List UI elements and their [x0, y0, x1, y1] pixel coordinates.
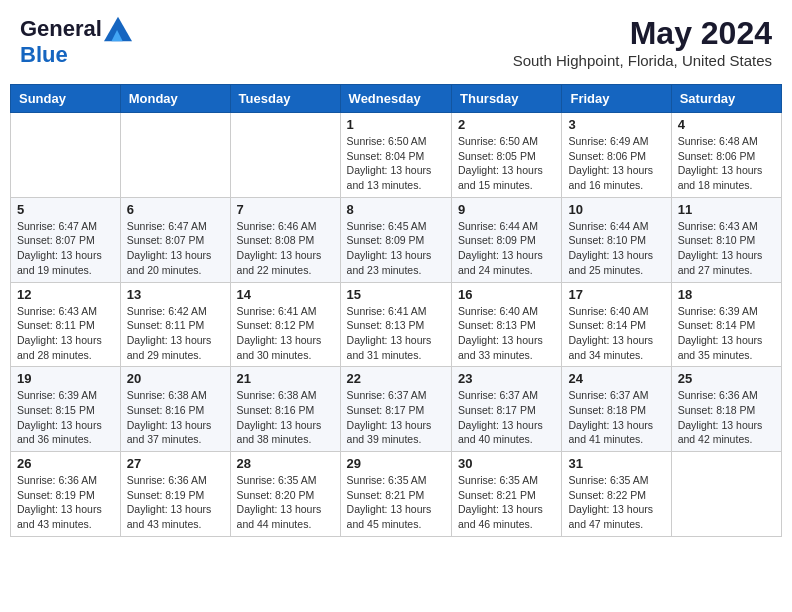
day-number: 15	[347, 287, 445, 302]
calendar-cell: 14Sunrise: 6:41 AM Sunset: 8:12 PM Dayli…	[230, 282, 340, 367]
calendar-cell: 25Sunrise: 6:36 AM Sunset: 8:18 PM Dayli…	[671, 367, 781, 452]
calendar-cell: 7Sunrise: 6:46 AM Sunset: 8:08 PM Daylig…	[230, 197, 340, 282]
calendar-cell: 18Sunrise: 6:39 AM Sunset: 8:14 PM Dayli…	[671, 282, 781, 367]
day-info: Sunrise: 6:47 AM Sunset: 8:07 PM Dayligh…	[127, 219, 224, 278]
calendar-cell: 21Sunrise: 6:38 AM Sunset: 8:16 PM Dayli…	[230, 367, 340, 452]
day-info: Sunrise: 6:38 AM Sunset: 8:16 PM Dayligh…	[127, 388, 224, 447]
day-info: Sunrise: 6:50 AM Sunset: 8:05 PM Dayligh…	[458, 134, 555, 193]
day-info: Sunrise: 6:49 AM Sunset: 8:06 PM Dayligh…	[568, 134, 664, 193]
day-number: 29	[347, 456, 445, 471]
day-info: Sunrise: 6:35 AM Sunset: 8:22 PM Dayligh…	[568, 473, 664, 532]
calendar-cell: 15Sunrise: 6:41 AM Sunset: 8:13 PM Dayli…	[340, 282, 451, 367]
day-number: 23	[458, 371, 555, 386]
day-info: Sunrise: 6:39 AM Sunset: 8:14 PM Dayligh…	[678, 304, 775, 363]
day-number: 1	[347, 117, 445, 132]
day-info: Sunrise: 6:40 AM Sunset: 8:14 PM Dayligh…	[568, 304, 664, 363]
calendar-cell: 27Sunrise: 6:36 AM Sunset: 8:19 PM Dayli…	[120, 452, 230, 537]
day-number: 30	[458, 456, 555, 471]
calendar-cell: 9Sunrise: 6:44 AM Sunset: 8:09 PM Daylig…	[452, 197, 562, 282]
day-number: 20	[127, 371, 224, 386]
day-number: 31	[568, 456, 664, 471]
logo-general: General	[20, 16, 102, 41]
day-number: 25	[678, 371, 775, 386]
calendar: SundayMondayTuesdayWednesdayThursdayFrid…	[10, 84, 782, 537]
header: General Blue May 2024 South Highpoint, F…	[10, 10, 782, 74]
calendar-cell: 2Sunrise: 6:50 AM Sunset: 8:05 PM Daylig…	[452, 113, 562, 198]
day-number: 4	[678, 117, 775, 132]
day-info: Sunrise: 6:44 AM Sunset: 8:10 PM Dayligh…	[568, 219, 664, 278]
calendar-cell: 16Sunrise: 6:40 AM Sunset: 8:13 PM Dayli…	[452, 282, 562, 367]
day-number: 22	[347, 371, 445, 386]
day-info: Sunrise: 6:45 AM Sunset: 8:09 PM Dayligh…	[347, 219, 445, 278]
calendar-cell: 23Sunrise: 6:37 AM Sunset: 8:17 PM Dayli…	[452, 367, 562, 452]
location-title: South Highpoint, Florida, United States	[513, 52, 772, 69]
calendar-cell: 10Sunrise: 6:44 AM Sunset: 8:10 PM Dayli…	[562, 197, 671, 282]
day-info: Sunrise: 6:48 AM Sunset: 8:06 PM Dayligh…	[678, 134, 775, 193]
day-info: Sunrise: 6:44 AM Sunset: 8:09 PM Dayligh…	[458, 219, 555, 278]
day-number: 19	[17, 371, 114, 386]
calendar-cell: 24Sunrise: 6:37 AM Sunset: 8:18 PM Dayli…	[562, 367, 671, 452]
day-info: Sunrise: 6:41 AM Sunset: 8:13 PM Dayligh…	[347, 304, 445, 363]
day-info: Sunrise: 6:37 AM Sunset: 8:18 PM Dayligh…	[568, 388, 664, 447]
calendar-cell: 31Sunrise: 6:35 AM Sunset: 8:22 PM Dayli…	[562, 452, 671, 537]
calendar-cell: 28Sunrise: 6:35 AM Sunset: 8:20 PM Dayli…	[230, 452, 340, 537]
day-number: 8	[347, 202, 445, 217]
calendar-cell: 1Sunrise: 6:50 AM Sunset: 8:04 PM Daylig…	[340, 113, 451, 198]
day-info: Sunrise: 6:36 AM Sunset: 8:19 PM Dayligh…	[127, 473, 224, 532]
day-info: Sunrise: 6:35 AM Sunset: 8:21 PM Dayligh…	[347, 473, 445, 532]
day-number: 18	[678, 287, 775, 302]
day-number: 10	[568, 202, 664, 217]
calendar-cell: 19Sunrise: 6:39 AM Sunset: 8:15 PM Dayli…	[11, 367, 121, 452]
calendar-cell: 22Sunrise: 6:37 AM Sunset: 8:17 PM Dayli…	[340, 367, 451, 452]
weekday-header-thursday: Thursday	[452, 85, 562, 113]
calendar-cell: 6Sunrise: 6:47 AM Sunset: 8:07 PM Daylig…	[120, 197, 230, 282]
calendar-cell	[11, 113, 121, 198]
day-number: 12	[17, 287, 114, 302]
weekday-header-sunday: Sunday	[11, 85, 121, 113]
logo: General Blue	[20, 15, 132, 67]
weekday-header-tuesday: Tuesday	[230, 85, 340, 113]
day-info: Sunrise: 6:50 AM Sunset: 8:04 PM Dayligh…	[347, 134, 445, 193]
day-number: 21	[237, 371, 334, 386]
calendar-cell	[120, 113, 230, 198]
day-info: Sunrise: 6:37 AM Sunset: 8:17 PM Dayligh…	[458, 388, 555, 447]
calendar-cell	[671, 452, 781, 537]
month-title: May 2024	[513, 15, 772, 52]
calendar-cell: 17Sunrise: 6:40 AM Sunset: 8:14 PM Dayli…	[562, 282, 671, 367]
day-number: 14	[237, 287, 334, 302]
day-number: 27	[127, 456, 224, 471]
calendar-cell: 11Sunrise: 6:43 AM Sunset: 8:10 PM Dayli…	[671, 197, 781, 282]
day-info: Sunrise: 6:40 AM Sunset: 8:13 PM Dayligh…	[458, 304, 555, 363]
day-number: 13	[127, 287, 224, 302]
day-info: Sunrise: 6:42 AM Sunset: 8:11 PM Dayligh…	[127, 304, 224, 363]
day-info: Sunrise: 6:35 AM Sunset: 8:21 PM Dayligh…	[458, 473, 555, 532]
calendar-cell: 20Sunrise: 6:38 AM Sunset: 8:16 PM Dayli…	[120, 367, 230, 452]
calendar-cell: 5Sunrise: 6:47 AM Sunset: 8:07 PM Daylig…	[11, 197, 121, 282]
calendar-cell: 8Sunrise: 6:45 AM Sunset: 8:09 PM Daylig…	[340, 197, 451, 282]
day-info: Sunrise: 6:36 AM Sunset: 8:19 PM Dayligh…	[17, 473, 114, 532]
day-info: Sunrise: 6:46 AM Sunset: 8:08 PM Dayligh…	[237, 219, 334, 278]
day-number: 7	[237, 202, 334, 217]
day-number: 28	[237, 456, 334, 471]
calendar-cell: 4Sunrise: 6:48 AM Sunset: 8:06 PM Daylig…	[671, 113, 781, 198]
day-info: Sunrise: 6:43 AM Sunset: 8:11 PM Dayligh…	[17, 304, 114, 363]
day-info: Sunrise: 6:36 AM Sunset: 8:18 PM Dayligh…	[678, 388, 775, 447]
calendar-cell: 13Sunrise: 6:42 AM Sunset: 8:11 PM Dayli…	[120, 282, 230, 367]
calendar-cell: 3Sunrise: 6:49 AM Sunset: 8:06 PM Daylig…	[562, 113, 671, 198]
day-info: Sunrise: 6:47 AM Sunset: 8:07 PM Dayligh…	[17, 219, 114, 278]
day-number: 5	[17, 202, 114, 217]
logo-blue: Blue	[20, 42, 68, 67]
day-info: Sunrise: 6:39 AM Sunset: 8:15 PM Dayligh…	[17, 388, 114, 447]
calendar-cell: 12Sunrise: 6:43 AM Sunset: 8:11 PM Dayli…	[11, 282, 121, 367]
logo-icon	[104, 15, 132, 43]
day-number: 16	[458, 287, 555, 302]
calendar-cell: 30Sunrise: 6:35 AM Sunset: 8:21 PM Dayli…	[452, 452, 562, 537]
title-area: May 2024 South Highpoint, Florida, Unite…	[513, 15, 772, 69]
day-number: 3	[568, 117, 664, 132]
day-info: Sunrise: 6:35 AM Sunset: 8:20 PM Dayligh…	[237, 473, 334, 532]
day-info: Sunrise: 6:43 AM Sunset: 8:10 PM Dayligh…	[678, 219, 775, 278]
day-number: 17	[568, 287, 664, 302]
weekday-header-saturday: Saturday	[671, 85, 781, 113]
day-number: 2	[458, 117, 555, 132]
calendar-cell	[230, 113, 340, 198]
